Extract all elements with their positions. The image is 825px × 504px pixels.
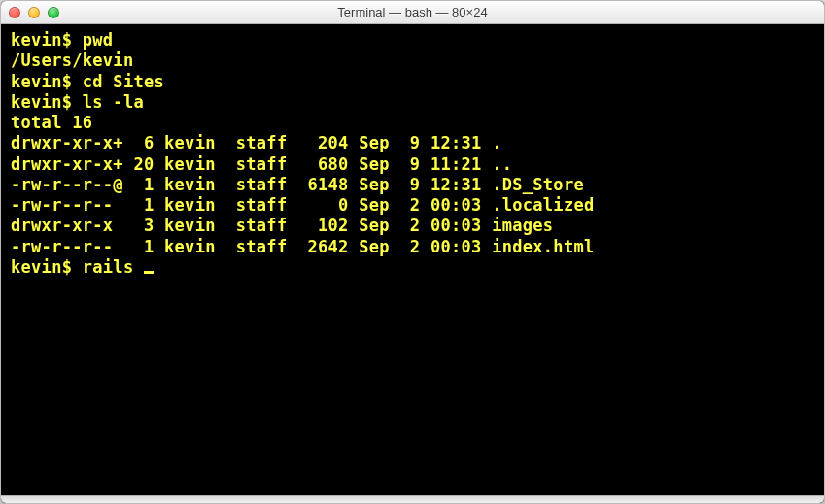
terminal-output-line: -rw-r--r-- 1 kevin staff 0 Sep 2 00:03 .…: [11, 195, 814, 216]
cursor-icon: [144, 271, 154, 274]
terminal-output-line: drwxr-xr-x 3 kevin staff 102 Sep 2 00:03…: [11, 216, 814, 236]
traffic-lights: [9, 7, 59, 18]
terminal-command-line: kevin$ ls -la: [11, 92, 814, 113]
window-bottom-chrome: [1, 495, 824, 503]
terminal-output-line: drwxr-xr-x+ 20 kevin staff 680 Sep 9 11:…: [11, 154, 814, 175]
terminal-command-line: kevin$ cd Sites: [11, 72, 814, 92]
terminal-output-line: drwxr-xr-x+ 6 kevin staff 204 Sep 9 12:3…: [11, 133, 814, 153]
minimize-button[interactable]: [28, 7, 40, 18]
terminal-current-line[interactable]: kevin$ rails: [11, 257, 814, 278]
terminal-output-line: total 16: [11, 113, 814, 133]
terminal-body[interactable]: kevin$ pwd/Users/kevinkevin$ cd Siteskev…: [1, 24, 824, 495]
terminal-command-line: kevin$ pwd: [11, 30, 814, 50]
maximize-button[interactable]: [48, 7, 59, 18]
close-button[interactable]: [9, 7, 20, 18]
terminal-window: Terminal — bash — 80×24 kevin$ pwd/Users…: [0, 0, 825, 504]
titlebar[interactable]: Terminal — bash — 80×24: [1, 1, 824, 24]
terminal-output-line: -rw-r--r--@ 1 kevin staff 6148 Sep 9 12:…: [11, 175, 814, 195]
terminal-output-line: /Users/kevin: [11, 50, 814, 71]
terminal-output-line: -rw-r--r-- 1 kevin staff 2642 Sep 2 00:0…: [11, 237, 814, 257]
window-title: Terminal — bash — 80×24: [1, 5, 824, 19]
